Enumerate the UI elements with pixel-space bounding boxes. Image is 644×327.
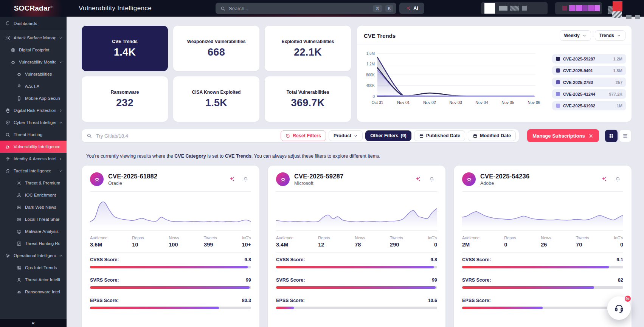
cve-trends-panel: CVE Trends Weekly Trends 1.6M1.2M800K400… — [357, 26, 632, 122]
assistant-fab-button[interactable]: 9+ — [607, 296, 631, 320]
cve-filter-search-input[interactable] — [96, 133, 277, 139]
reset-filters-button[interactable]: Reset Filters — [281, 130, 326, 141]
sidebar-item-operational-intelligence[interactable]: Operational Intelligence — [0, 250, 67, 262]
sidebar-item-vulnerabilities[interactable]: Vulnerabilities — [0, 68, 67, 80]
period-dropdown[interactable]: Weekly — [560, 30, 591, 41]
collapse-chevrons-icon: « — [32, 320, 35, 325]
sidebar-item-local-threat-share[interactable]: Local Threat Share — [0, 213, 67, 225]
sidebar-item-threat-actor-intelligence[interactable]: Threat Actor Intelligence — [0, 274, 67, 286]
sidebar-item-tactical-intelligence[interactable]: Tactical Intelligence — [0, 165, 67, 177]
stat-card-exploited-vulnerabilities[interactable]: Exploited Vulnerabilities 22.1K — [265, 26, 351, 71]
stat-tweets: Tweets70 — [576, 236, 589, 248]
cvss-score-fill — [462, 266, 609, 268]
redacted-block — [499, 6, 507, 11]
svg-text:1.2M: 1.2M — [366, 62, 375, 66]
cve-id-link[interactable]: CVE-2025-59287 — [294, 173, 343, 180]
stat-card-cve-trends[interactable]: CVE Trends 1.4K — [82, 26, 168, 71]
sidebar-item-threat-hunting-rules[interactable]: Threat Hunting Rules — [0, 237, 67, 250]
stat-card-weaponized-vulnerabilities[interactable]: Weaponized Vulnerabilities 668 — [173, 26, 259, 71]
sidebar-item-label: Identity & Access Intelligence — [14, 157, 56, 161]
product-filter-button[interactable]: Product — [329, 130, 363, 141]
legend-cve-label: CVE-2025-2783 — [563, 80, 593, 85]
ai-label: AI — [413, 6, 418, 11]
published-date-button[interactable]: Published Date — [414, 130, 465, 141]
svrs-score-label: SVRS Score: — [462, 277, 491, 283]
legend-value: 257 — [616, 80, 622, 85]
sidebar-item-ransomware-intelligence[interactable]: Ransomware Intelligence — [0, 286, 67, 298]
legend-color-chip — [556, 80, 560, 84]
global-search-input[interactable] — [229, 6, 370, 11]
sidebar-item-dashboards[interactable]: Dashboards — [0, 17, 67, 30]
modified-date-button[interactable]: Modified Date — [468, 130, 516, 141]
rules-icon — [16, 241, 22, 246]
legend-color-chip — [556, 92, 560, 96]
sidebar-item-ioc-enrichment[interactable]: IOC Enrichment — [0, 189, 67, 201]
socradar-logo[interactable]: SOCRadar® — [0, 4, 67, 12]
sidebar-item-digital-footprint[interactable]: Digital Footprint — [0, 44, 67, 56]
follow-bell-button[interactable] — [426, 174, 437, 185]
stat-audience: Audience3.6M — [90, 236, 107, 248]
sidebar-item-digital-risk-protection[interactable]: Digital Risk Protection — [0, 104, 67, 116]
stat-iocs: IoC's0 — [614, 236, 623, 248]
stat-value: 26 — [541, 242, 551, 248]
svrs-score-fill — [276, 286, 436, 289]
stat-card-total-vulnerabilities[interactable]: Total Vulnerabilities 369.7K — [265, 76, 351, 122]
sidebar-item-vulnerability-intelligence[interactable]: Vulnerability Intelligence — [0, 141, 67, 153]
sidebar-item-dark-web-news[interactable]: Dark Web News — [0, 201, 67, 213]
stat-label: News — [541, 236, 551, 240]
cvss-score-label: CVSS Score: — [276, 257, 305, 262]
sidebar-item-identity-access-intelligence[interactable]: Identity & Access Intelligence — [0, 153, 67, 165]
grid-view-button[interactable] — [605, 130, 618, 142]
follow-bell-button[interactable] — [240, 174, 251, 185]
cve-id-link[interactable]: CVE-2025-61882 — [108, 173, 157, 180]
cve-filter-search[interactable]: Reset Filters Product Other Filters (9) … — [82, 129, 519, 142]
actor-icon — [16, 277, 22, 283]
sidebar-item-malware-analysis[interactable]: Malware Analysis — [0, 225, 67, 237]
sidebar-item-vulnerability-monitoring[interactable]: Vulnerability Monitoring — [0, 56, 67, 68]
actor-icon — [16, 277, 22, 283]
cve-vendor: Adobe — [480, 181, 529, 186]
ai-assistant-button[interactable]: AI — [399, 3, 424, 14]
stat-card-cisa-known-exploited[interactable]: CISA Known Exploited 1.5K — [173, 76, 259, 122]
follow-bell-button[interactable] — [612, 174, 623, 185]
stat-tweets: Tweets399 — [204, 236, 217, 248]
stat-card-label: Exploited Vulnerabilities — [282, 39, 334, 44]
stat-label: Repos — [132, 236, 144, 240]
cve-id-link[interactable]: CVE-2025-54236 — [480, 173, 529, 180]
sidebar-item-threat-hunting[interactable]: Threat Hunting — [0, 129, 67, 141]
sidebar-item-a-s-t-a[interactable]: A.S.T.A — [0, 80, 67, 92]
stat-card-ransomware[interactable]: Ransomware 232 — [82, 76, 168, 122]
redacted-block — [569, 5, 576, 11]
legend-item[interactable]: CVE-2025-61932 1M — [552, 101, 626, 110]
sidebar-item-mobile-app-security[interactable]: Mobile App Security — [0, 92, 67, 104]
cve-card-cve-2025-59287: CVE-2025-59287 Microsoft Audience3.4MRep… — [268, 166, 445, 327]
global-search[interactable]: ⌘ K — [216, 3, 396, 14]
svrs-score-row: SVRS Score:82 — [462, 277, 623, 289]
chevron-right-icon — [59, 108, 63, 113]
legend-item[interactable]: CVE-2025-59287 1.2M — [552, 54, 626, 64]
ai-summary-button[interactable] — [598, 174, 610, 185]
sidebar-item-label: Digital Footprint — [19, 48, 50, 52]
chevron-down-icon — [59, 169, 63, 173]
tactical-icon — [5, 168, 11, 174]
sidebar-item-cyber-threat-intelligence[interactable]: Cyber Threat Intelligence — [0, 116, 67, 129]
legend-item[interactable]: CVE-2025-41244 977.2K — [552, 89, 626, 99]
legend-item[interactable]: CVE-2025-2783 257 — [552, 77, 626, 87]
sidebar-item-threat-premium-feeds[interactable]: Threat & Premium Feeds — [0, 177, 67, 189]
sidebar-item-label: Digital Risk Protection — [14, 108, 56, 113]
stat-label: Tweets — [576, 236, 589, 240]
ioc-icon — [16, 192, 22, 198]
other-filters-button[interactable]: Other Filters (9) — [365, 130, 411, 141]
legend-item[interactable]: CVE-2025-9491 1.5M — [552, 66, 626, 75]
list-view-button[interactable] — [619, 130, 632, 142]
sidebar-item-ops-intel-trends[interactable]: Ops Intel Trends — [0, 262, 67, 274]
registered-mark: ® — [50, 5, 53, 9]
grid-view-icon — [608, 133, 614, 139]
sidebar-item-label: Threat Hunting Rules — [25, 241, 60, 246]
sidebar-collapse-button[interactable]: « — [0, 319, 67, 327]
sidebar-item-attack-surface-management[interactable]: Attack Surface Management — [0, 32, 67, 44]
trends-type-dropdown[interactable]: Trends — [595, 30, 625, 41]
manage-subscriptions-button[interactable]: Manage Subscriptions — [527, 129, 599, 142]
ai-summary-button[interactable] — [226, 174, 237, 185]
ai-summary-button[interactable] — [412, 174, 424, 185]
